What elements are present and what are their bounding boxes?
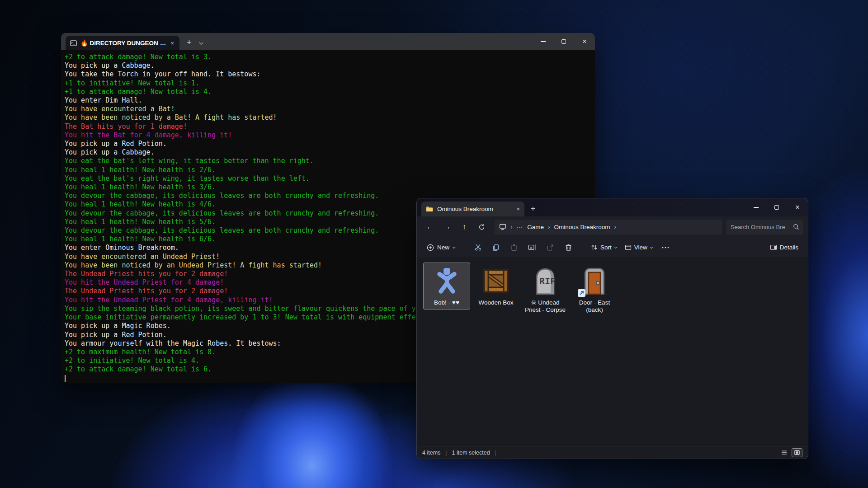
terminal-line: You pick up a Red Potion. <box>65 140 595 148</box>
new-plus-icon <box>427 244 434 251</box>
explorer-command-bar: New A <box>417 237 808 258</box>
terminal-tab-close-icon[interactable]: × <box>170 40 175 47</box>
paste-button[interactable] <box>505 240 523 255</box>
cut-icon <box>474 244 482 251</box>
person-icon <box>432 266 462 296</box>
explorer-new-tab-button[interactable]: + <box>524 204 541 216</box>
file-item-label: ☠ Undead Priest - Corpse <box>523 299 567 313</box>
explorer-close-button[interactable]: × <box>787 198 808 216</box>
more-ellipsis-icon <box>662 247 669 249</box>
file-item-label: Door - East (back) <box>572 299 617 313</box>
search-placeholder: Search Ominous Bre <box>731 224 790 230</box>
terminal-line: +1 to attack damage! New total is 4. <box>65 88 595 96</box>
terminal-close-button[interactable]: × <box>574 33 595 50</box>
file-item-wooden-box[interactable]: Wooden Box <box>472 263 519 310</box>
terminal-line: You heal 1 health! New health is 2/6. <box>65 166 595 174</box>
file-item-bob[interactable]: Bob! - ♥♥ <box>423 263 470 310</box>
breadcrumb-item-ominous-breakroom[interactable]: Ominous Breakroom <box>554 224 610 230</box>
explorer-tab-close-icon[interactable]: × <box>516 206 520 212</box>
breadcrumb[interactable]: › ⋯ Game › Ominous Breakroom › <box>495 220 722 235</box>
this-pc-icon <box>499 224 506 230</box>
sort-icon <box>591 244 598 251</box>
details-button-label: Details <box>780 244 798 251</box>
copy-icon <box>492 244 500 251</box>
details-button[interactable]: Details <box>766 240 802 255</box>
file-item-undead-priest-corpse[interactable]: RIP ☠ Undead Priest - Corpse <box>522 263 569 316</box>
list-view-toggle[interactable] <box>778 448 789 457</box>
breadcrumb-ellipsis[interactable]: ⋯ <box>517 223 524 230</box>
new-button-label: New <box>437 244 449 251</box>
refresh-button[interactable] <box>473 219 490 235</box>
view-icon <box>625 244 632 250</box>
chevron-down-icon <box>453 245 456 249</box>
rename-button[interactable]: A <box>523 240 541 255</box>
terminal-line: You pick up a Cabbage. <box>65 61 595 70</box>
terminal-line: You hit the Bat for 4 damage, killing it… <box>65 131 595 140</box>
status-divider: | <box>445 450 447 456</box>
shortcut-arrow-icon <box>578 289 585 297</box>
copy-button[interactable] <box>487 240 505 255</box>
explorer-tab[interactable]: Ominous Breakroom × <box>421 202 524 216</box>
divider <box>582 242 582 253</box>
back-button[interactable]: ← <box>421 219 439 235</box>
terminal-line: You have encountered a Bat! <box>65 105 595 113</box>
list-view-icon <box>781 450 787 455</box>
terminal-line: +2 to attack damage! New total is 3. <box>65 53 595 61</box>
sort-button-label: Sort <box>600 244 612 251</box>
terminal-line: You take the Torch in your off hand. It … <box>65 70 595 79</box>
tombstone-icon: RIP <box>530 266 560 296</box>
folder-icon <box>426 206 433 212</box>
file-item-label: Bob! - ♥♥ <box>434 299 459 306</box>
breadcrumb-item-game[interactable]: Game <box>527 224 544 230</box>
details-panel-icon <box>770 244 777 250</box>
large-icons-view-toggle[interactable] <box>792 448 802 457</box>
terminal-tab[interactable]: 🔥 DIRECTORY DUNGEON 🔥 × <box>66 36 179 50</box>
paste-icon <box>510 244 518 251</box>
explorer-tab-title: Ominous Breakroom <box>437 206 493 212</box>
item-count: 4 items <box>422 450 440 456</box>
terminal-tab-title: 🔥 DIRECTORY DUNGEON 🔥 <box>80 39 166 47</box>
see-more-button[interactable] <box>656 240 675 255</box>
explorer-window: Ominous Breakroom × + × ← → ↑ › ⋯ <box>416 198 808 459</box>
chevron-right-icon: › <box>548 223 550 230</box>
divider <box>464 242 464 253</box>
chevron-right-icon: › <box>510 223 513 230</box>
up-button[interactable]: ↑ <box>456 219 473 235</box>
explorer-minimize-button[interactable] <box>745 198 766 216</box>
cut-button[interactable] <box>469 240 487 255</box>
delete-button[interactable] <box>559 240 577 255</box>
explorer-file-area[interactable]: Bob! - ♥♥ Wooden Box RIP <box>417 258 808 446</box>
forward-button[interactable]: → <box>439 219 456 235</box>
chevron-right-icon: › <box>614 223 616 230</box>
rename-icon: A <box>528 244 536 251</box>
file-item-door-east[interactable]: Door - East (back) <box>571 263 618 316</box>
terminal-tab-dropdown-icon[interactable] <box>198 38 207 50</box>
terminal-minimize-button[interactable] <box>533 33 553 50</box>
sort-button[interactable]: Sort <box>587 240 621 255</box>
terminal-maximize-button[interactable] <box>553 33 574 50</box>
crate-icon <box>481 266 511 296</box>
view-button[interactable]: View <box>621 240 656 255</box>
share-icon <box>547 244 554 251</box>
terminal-line: You pick up a Cabbage. <box>65 148 595 157</box>
terminal-titlebar[interactable]: 🔥 DIRECTORY DUNGEON 🔥 × + × <box>61 33 595 50</box>
share-button[interactable] <box>541 240 559 255</box>
file-item-label: Wooden Box <box>478 299 513 306</box>
explorer-titlebar[interactable]: Ominous Breakroom × + × <box>417 198 808 216</box>
search-icon <box>793 224 799 230</box>
terminal-line: The Bat hits you for 1 damage! <box>65 122 595 131</box>
refresh-icon <box>478 224 485 230</box>
svg-text:A: A <box>530 246 533 250</box>
terminal-line: You heal 1 health! New health is 3/6. <box>65 183 595 192</box>
terminal-cursor <box>65 375 66 382</box>
search-input[interactable]: Search Ominous Bre <box>726 220 803 235</box>
new-button[interactable]: New <box>422 240 459 255</box>
terminal-app-icon <box>70 40 77 46</box>
explorer-address-bar: ← → ↑ › ⋯ Game › Ominous Breakroom › Sea… <box>417 216 808 237</box>
large-icons-view-icon <box>794 450 800 455</box>
explorer-maximize-button[interactable] <box>766 198 787 216</box>
explorer-status-bar: 4 items | 1 item selected | <box>417 446 808 459</box>
terminal-line: You eat the bat's left wing, it tastes b… <box>65 157 595 165</box>
chevron-down-icon <box>650 245 653 249</box>
terminal-new-tab-button[interactable]: + <box>179 38 198 50</box>
